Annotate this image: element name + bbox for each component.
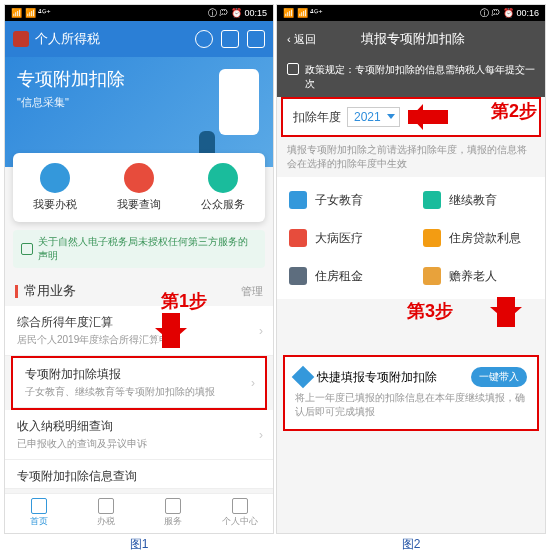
- figure-caption-2: 图2: [402, 536, 421, 553]
- banner-phone-illustration: [219, 69, 259, 135]
- chevron-right-icon: ›: [259, 324, 263, 338]
- phone-screen-2: 📶 📶 ⁴ᴳ⁺ⓘ 🗭 ⏰ 00:16 ‹ 返回 填报专项附加扣除 政策规定：专项…: [276, 4, 546, 534]
- message-icon[interactable]: [247, 30, 265, 48]
- notice-banner[interactable]: 关于自然人电子税务局未授权任何第三方服务的声明: [13, 230, 265, 268]
- deduction-grid: 子女教育 继续教育 大病医疗 住房贷款利息 住房租金 赡养老人: [277, 177, 545, 299]
- phone-screen-1: 📶 📶 ⁴ᴳ⁺ⓘ 🗭 ⏰ 00:15 个人所得税 专项附加扣除 "信息采集" 我…: [4, 4, 274, 534]
- tab-me[interactable]: 个人中心: [206, 494, 273, 533]
- grid-item-children-edu[interactable]: 子女教育: [277, 181, 411, 219]
- section-bar-icon: [15, 285, 18, 298]
- doc-icon: [98, 498, 114, 514]
- quick-icon: [292, 366, 315, 389]
- highlight-box-1: 专项附加扣除填报子女教育、继续教育等专项附加扣除的填报›: [11, 356, 267, 410]
- page-header: ‹ 返回 填报专项附加扣除: [277, 21, 545, 57]
- app-logo-icon: [13, 31, 29, 47]
- announce-icon: [287, 63, 299, 75]
- quick-actions: 我要办税 我要查询 公众服务: [13, 153, 265, 222]
- grad-icon: [423, 191, 441, 209]
- medical-icon: [289, 229, 307, 247]
- building-icon: [289, 267, 307, 285]
- grid-item-mortgage[interactable]: 住房贷款利息: [411, 219, 545, 257]
- arrow-down-icon: [497, 297, 515, 327]
- list-item[interactable]: 收入纳税明细查询已申报收入的查询及异议申诉›: [5, 410, 273, 460]
- year-label: 扣除年度: [293, 109, 341, 126]
- app-title: 个人所得税: [35, 30, 187, 48]
- tab-home[interactable]: 首页: [5, 494, 72, 533]
- elderly-icon: [423, 267, 441, 285]
- house-icon: [423, 229, 441, 247]
- tab-bar: 首页 办税 服务 个人中心: [5, 493, 273, 533]
- hero-banner[interactable]: 专项附加扣除 "信息采集": [5, 57, 273, 167]
- grid-item-rent[interactable]: 住房租金: [277, 257, 411, 295]
- pencil-icon: [40, 163, 70, 193]
- heart-icon: [165, 498, 181, 514]
- year-hint: 填报专项附加扣除之前请选择扣除年度，填报的信息将会在选择的扣除年度中生效: [277, 137, 545, 177]
- support-icon[interactable]: [195, 30, 213, 48]
- arrow-left-icon: [408, 110, 448, 124]
- chevron-right-icon: ›: [251, 376, 255, 390]
- book-icon: [289, 191, 307, 209]
- chevron-right-icon: ›: [259, 428, 263, 442]
- status-bar: 📶 📶 ⁴ᴳ⁺ⓘ 🗭 ⏰ 00:15: [5, 5, 273, 21]
- page-title: 填报专项附加扣除: [316, 30, 511, 48]
- tab-tax[interactable]: 办税: [72, 494, 139, 533]
- grid-item-medical[interactable]: 大病医疗: [277, 219, 411, 257]
- status-bar: 📶 📶 ⁴ᴳ⁺ⓘ 🗭 ⏰ 00:16: [277, 5, 545, 21]
- manage-link[interactable]: 管理: [241, 284, 263, 299]
- step3-annotation: 第3步: [407, 299, 453, 323]
- year-dropdown[interactable]: 2021: [347, 107, 400, 127]
- policy-banner: 政策规定：专项附加扣除的信息需纳税人每年提交一次: [277, 57, 545, 97]
- tab-service[interactable]: 服务: [139, 494, 206, 533]
- search-icon: [124, 163, 154, 193]
- person-icon: [232, 498, 248, 514]
- action-file-tax[interactable]: 我要办税: [13, 163, 97, 212]
- people-icon: [208, 163, 238, 193]
- grid-item-continuing-edu[interactable]: 继续教育: [411, 181, 545, 219]
- step1-annotation: 第1步: [135, 289, 207, 348]
- grid-item-elderly[interactable]: 赡养老人: [411, 257, 545, 295]
- list-item-special-deduction[interactable]: 专项附加扣除填报子女教育、继续教育等专项附加扣除的填报›: [13, 358, 265, 408]
- action-query[interactable]: 我要查询: [97, 163, 181, 212]
- action-public-service[interactable]: 公众服务: [181, 163, 265, 212]
- quick-subtitle: 将上一年度已填报的扣除信息在本年度继续填报，确认后即可完成填报: [295, 391, 527, 419]
- app-header: 个人所得税: [5, 21, 273, 57]
- quick-title: 快捷填报专项附加扣除: [317, 369, 471, 386]
- list-item[interactable]: 专项附加扣除信息查询: [5, 460, 273, 489]
- figure-caption-1: 图1: [130, 536, 149, 553]
- home-icon: [31, 498, 47, 514]
- scan-icon[interactable]: [221, 30, 239, 48]
- import-button[interactable]: 一键带入: [471, 367, 527, 387]
- arrow-down-icon: [162, 313, 180, 348]
- back-button[interactable]: ‹ 返回: [287, 32, 316, 47]
- quick-fill-card[interactable]: 快捷填报专项附加扣除 一键带入 将上一年度已填报的扣除信息在本年度继续填报，确认…: [283, 355, 539, 431]
- speaker-icon: [21, 243, 33, 255]
- step2-annotation: 第2步: [491, 99, 537, 123]
